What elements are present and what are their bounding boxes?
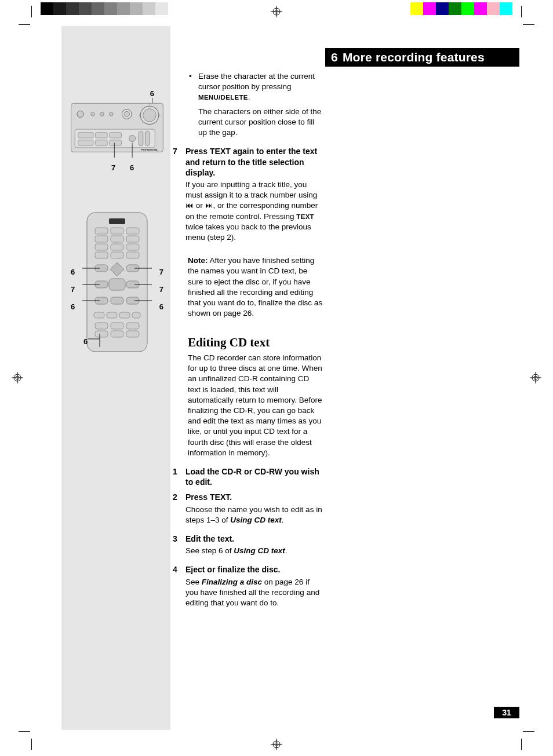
cross-reference: Using CD text [230, 516, 282, 524]
svg-rect-76 [95, 331, 108, 337]
chapter-header: 6 More recording features [325, 48, 519, 67]
svg-rect-58 [111, 252, 123, 258]
section-heading: Editing CD text [188, 334, 322, 350]
svg-rect-56 [126, 244, 139, 250]
svg-rect-53 [126, 236, 139, 242]
registration-mark-icon [271, 6, 282, 17]
body-text: See step 6 of [185, 546, 234, 555]
svg-rect-48 [95, 228, 108, 234]
step-number: 7 [173, 146, 185, 243]
step-item: 3 Edit the text. See step 6 of Using CD … [188, 534, 322, 556]
callout-label: 7 [159, 267, 163, 277]
svg-rect-51 [95, 236, 108, 242]
device-diagram: 6 [68, 98, 166, 160]
callout-label: 6 [83, 337, 88, 347]
svg-point-25 [143, 109, 156, 122]
body-text: The CD recorder can store information fo… [188, 353, 322, 458]
svg-rect-50 [126, 228, 139, 234]
svg-point-23 [124, 111, 129, 116]
page: 6 More recording features 31 6 [34, 26, 519, 730]
body-text: If you are inputting a track title, you … [185, 180, 317, 199]
next-track-icon: ⏭ [205, 201, 213, 210]
color-bar [410, 2, 512, 15]
body-text: . [282, 516, 284, 524]
remote-diagram: 6 7 7 7 6 6 6 [68, 210, 166, 355]
body-text: twice takes you back to the previous men… [185, 222, 311, 242]
callout-label: 6 [71, 267, 75, 277]
svg-rect-70 [107, 312, 117, 318]
step-number: 4 [173, 564, 185, 608]
registration-mark-icon [530, 372, 541, 384]
note-block: Note: After you have finished setting th… [188, 255, 322, 319]
body-text: See [185, 578, 202, 586]
body-text: . [248, 93, 250, 101]
note-label: Note: [188, 256, 208, 265]
step-number: 1 [173, 466, 185, 487]
key-label: TEXT [296, 213, 314, 220]
svg-rect-38 [96, 140, 108, 145]
key-label: MENU/DELETE [198, 94, 248, 101]
body-text: The characters on either side of the cur… [198, 107, 322, 138]
text-column: • Erase the character at the current cur… [188, 71, 322, 608]
svg-rect-36 [110, 133, 122, 138]
callout-label: 6 [159, 302, 163, 312]
svg-point-40 [129, 135, 136, 141]
cross-reference: Finalizing a disc [202, 578, 262, 586]
grayscale-bar [41, 2, 181, 15]
prev-track-icon: ⏮ [185, 201, 194, 210]
registration-mark-icon [12, 372, 23, 384]
step-heading: Press TEXT again to enter the text and r… [185, 146, 322, 178]
svg-rect-52 [111, 236, 123, 242]
svg-rect-39 [110, 140, 122, 145]
svg-rect-54 [95, 244, 108, 250]
svg-point-20 [100, 112, 104, 116]
callout-label: 6 [130, 163, 134, 173]
bullet-icon: • [188, 71, 198, 138]
svg-point-18 [77, 111, 83, 117]
step-item: 7 Press TEXT again to enter the text and… [188, 146, 322, 243]
svg-point-21 [109, 112, 113, 116]
callout-label: 6 [150, 89, 154, 99]
callout-label: 7 [159, 284, 163, 295]
svg-rect-59 [126, 252, 139, 258]
svg-rect-78 [126, 331, 139, 337]
chapter-title: More recording features [343, 49, 485, 65]
svg-rect-49 [111, 228, 123, 234]
step-heading: Eject or finalize the disc. [185, 564, 322, 575]
svg-rect-41 [139, 132, 143, 145]
svg-rect-47 [109, 218, 125, 224]
svg-rect-65 [109, 279, 125, 290]
svg-point-19 [91, 112, 95, 116]
svg-rect-34 [78, 133, 93, 138]
svg-rect-67 [111, 297, 123, 304]
step-number: 3 [173, 534, 185, 556]
svg-rect-37 [78, 140, 93, 145]
callout-label: 6 [71, 302, 75, 312]
svg-rect-55 [111, 244, 123, 250]
step-item: 4 Eject or finalize the disc. See Finali… [188, 564, 322, 608]
svg-rect-35 [96, 133, 108, 138]
svg-rect-74 [111, 323, 123, 329]
step-item: 2 Press TEXT. Choose the name you wish t… [188, 492, 322, 525]
body-text: or [194, 201, 205, 210]
svg-rect-77 [111, 331, 123, 337]
page-number: 31 [494, 707, 519, 718]
cross-reference: Using CD text [234, 546, 285, 555]
callout-label: 7 [111, 163, 115, 173]
callout-label: 7 [71, 284, 75, 295]
body-text: After you have finished setting the name… [188, 256, 322, 317]
step-item: 1 Load the CD-R or CD-RW you wish to edi… [188, 466, 322, 487]
body-text: . [285, 546, 288, 555]
svg-rect-73 [95, 323, 108, 329]
step-heading: Edit the text. [185, 534, 322, 544]
svg-rect-57 [95, 252, 108, 258]
step-heading: Press TEXT. [185, 492, 322, 502]
svg-rect-42 [145, 132, 150, 145]
bullet-item: • Erase the character at the current cur… [188, 71, 322, 138]
svg-rect-75 [126, 323, 139, 329]
svg-rect-71 [119, 312, 130, 318]
registration-mark-icon [271, 739, 282, 750]
body-text: Erase the character at the current curso… [198, 72, 315, 91]
step-heading: Load the CD-R or CD-RW you wish to edit. [185, 466, 322, 487]
chapter-number: 6 [331, 49, 338, 65]
